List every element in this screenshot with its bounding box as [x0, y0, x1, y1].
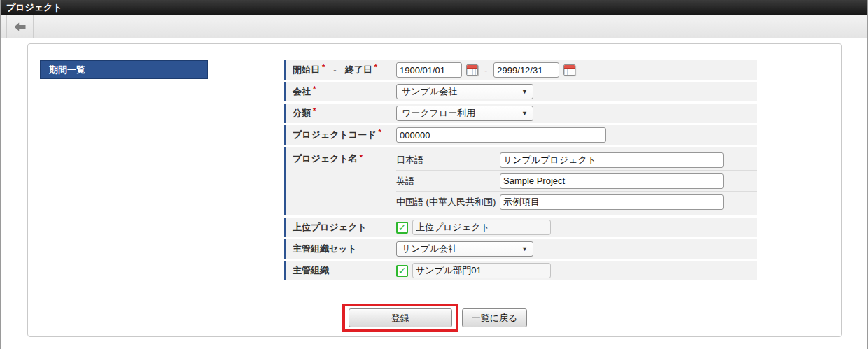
register-button[interactable]: 登録 — [349, 308, 452, 327]
section-header-label: 期間一覧 — [49, 64, 85, 76]
project-name-subrow-japanese: 日本語 — [396, 150, 757, 171]
form-row-project-name: プロジェクト名* 日本語 英語 中国語 (中華人民共和国) — [284, 147, 757, 215]
org-set-label: 主管組織セット — [293, 243, 357, 255]
form-row-category: 分類* ワークフロー利用 ▼ — [284, 104, 757, 123]
start-date-input[interactable] — [396, 62, 462, 78]
calendar-icon[interactable] — [564, 64, 575, 76]
org-input[interactable] — [412, 263, 551, 278]
back-arrow-icon — [14, 22, 26, 31]
parent-project-row-field: ✓ — [396, 218, 757, 237]
title-bar: プロジェクト — [1, 0, 867, 15]
chevron-down-icon: ▼ — [522, 88, 528, 95]
form-row-org: 主管組織 ✓ — [284, 261, 757, 280]
category-label: 分類 — [293, 107, 311, 120]
project-name-subrow-chinese: 中国語 (中華人民共和国) — [396, 192, 757, 213]
category-row-field: ワークフロー利用 ▼ — [396, 104, 757, 123]
calendar-icon-grid — [564, 69, 575, 75]
company-select[interactable]: サンプル会社 ▼ — [396, 84, 533, 99]
project-form: 開始日* - 終了日* - 会社* — [284, 60, 757, 283]
japanese-label: 日本語 — [396, 154, 500, 166]
section-header-period-list: 期間一覧 — [40, 60, 208, 79]
project-name-english-input[interactable] — [500, 173, 724, 189]
back-button[interactable] — [6, 15, 34, 38]
checkbox-checked-icon[interactable]: ✓ — [396, 222, 408, 234]
calendar-icon-grid — [467, 69, 477, 75]
required-mark: * — [322, 60, 325, 71]
org-set-row-label: 主管組織セット — [284, 239, 396, 259]
toolbar — [1, 15, 867, 38]
form-row-project-code: プロジェクトコード* — [284, 125, 757, 145]
calendar-icon[interactable] — [466, 64, 478, 76]
checkbox-checked-icon[interactable]: ✓ — [396, 265, 408, 277]
chinese-label: 中国語 (中華人民共和国) — [396, 196, 500, 208]
parent-project-row-label: 上位プロジェクト — [284, 218, 396, 237]
chevron-down-icon: ▼ — [522, 245, 528, 252]
app-window: プロジェクト 期間一覧 開始日* - 終了日* — [0, 0, 868, 349]
org-set-select[interactable]: サンプル会社 ▼ — [396, 241, 533, 257]
company-label: 会社 — [293, 85, 311, 98]
category-row-label: 分類* — [284, 104, 396, 123]
required-mark: * — [313, 82, 316, 93]
project-name-label: プロジェクト名 — [293, 152, 358, 165]
org-label: 主管組織 — [293, 264, 329, 277]
category-select-value: ワークフロー利用 — [402, 107, 475, 120]
project-code-label: プロジェクトコード — [293, 129, 376, 141]
period-value-dash: - — [484, 65, 487, 76]
project-name-chinese-input[interactable] — [500, 194, 724, 210]
required-mark: * — [374, 60, 377, 71]
project-name-row-field: 日本語 英語 中国語 (中華人民共和国) — [396, 147, 757, 215]
form-row-org-set: 主管組織セット サンプル会社 ▼ — [284, 239, 757, 259]
company-row-label: 会社* — [284, 82, 396, 101]
end-date-label: 終了日 — [345, 64, 372, 76]
content-area: 期間一覧 開始日* - 終了日* - — [1, 43, 867, 349]
form-row-company: 会社* サンプル会社 ▼ — [284, 82, 757, 101]
required-mark: * — [378, 125, 381, 136]
page-title: プロジェクト — [6, 2, 62, 13]
company-row-field: サンプル会社 ▼ — [396, 82, 757, 101]
form-panel: 期間一覧 開始日* - 終了日* - — [27, 43, 842, 337]
period-label-dash: - — [333, 65, 336, 76]
project-code-input[interactable] — [396, 127, 606, 143]
back-to-list-button[interactable]: 一覧に戻る — [462, 308, 528, 327]
period-row-field: - — [396, 60, 757, 80]
form-row-period: 開始日* - 終了日* - — [284, 60, 757, 80]
end-date-input[interactable] — [493, 62, 559, 78]
org-row-label: 主管組織 — [284, 261, 396, 280]
company-select-value: サンプル会社 — [402, 85, 457, 98]
project-code-row-field — [396, 125, 757, 145]
project-name-subrow-english: 英語 — [396, 171, 757, 192]
org-set-select-value: サンプル会社 — [402, 243, 457, 255]
chevron-down-icon: ▼ — [522, 110, 528, 117]
form-row-parent-project: 上位プロジェクト ✓ — [284, 218, 757, 237]
org-set-row-field: サンプル会社 ▼ — [396, 239, 757, 259]
period-row-label: 開始日* - 終了日* — [284, 60, 396, 80]
required-mark: * — [360, 152, 363, 162]
org-row-field: ✓ — [396, 261, 757, 280]
start-date-label: 開始日 — [293, 64, 320, 76]
category-select[interactable]: ワークフロー利用 ▼ — [396, 106, 533, 121]
required-mark: * — [313, 104, 316, 115]
highlight-annotation-box: 登録 — [342, 304, 458, 332]
project-name-row-label: プロジェクト名* — [284, 147, 396, 215]
button-row: 登録 一覧に戻る — [28, 304, 841, 332]
parent-project-label: 上位プロジェクト — [293, 221, 367, 234]
project-name-japanese-input[interactable] — [500, 152, 724, 168]
english-label: 英語 — [396, 175, 500, 187]
parent-project-input[interactable] — [412, 220, 551, 235]
project-code-row-label: プロジェクトコード* — [284, 125, 396, 145]
